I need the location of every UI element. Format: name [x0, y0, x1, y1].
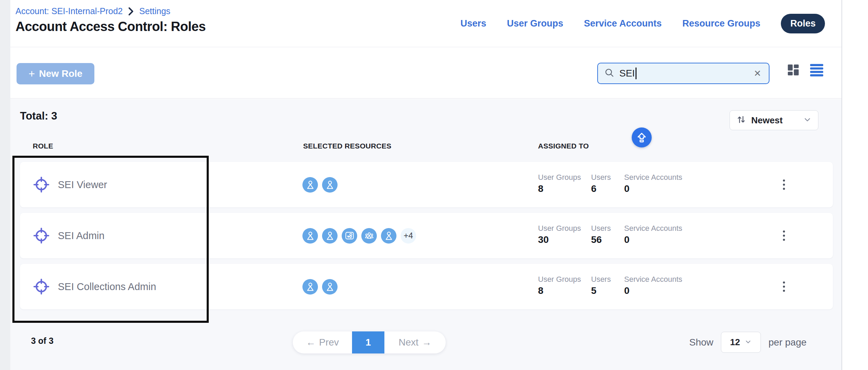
- chevron-down-icon: [803, 115, 812, 125]
- search-clear-icon[interactable]: ✕: [752, 68, 763, 79]
- next-label: Next: [399, 337, 418, 348]
- sort-selected-value: Newest: [751, 115, 783, 126]
- selected-resources-avatars: +4: [302, 213, 416, 258]
- assigned-label: User Groups: [538, 173, 581, 182]
- role-name: SEI Admin: [58, 230, 104, 241]
- access-control-tabs: Users User Groups Service Accounts Resou…: [461, 14, 825, 33]
- column-header-assigned-to: ASSIGNED TO: [538, 142, 589, 150]
- page-size-control: Show 12 per page: [689, 332, 807, 353]
- row-menu-kebab-icon[interactable]: [777, 162, 791, 207]
- current-page-button[interactable]: 1: [352, 331, 384, 353]
- tab-roles[interactable]: Roles: [781, 14, 825, 33]
- breadcrumb-account-link[interactable]: Account: SEI-Internal-Prod2: [16, 6, 123, 16]
- left-gutter: [0, 0, 10, 370]
- assigned-value: 56: [591, 234, 602, 245]
- search-value: SEI: [619, 68, 635, 79]
- toolbar: + New Role SEI ✕: [10, 48, 841, 99]
- role-row-sei-collections-admin[interactable]: SEI Collections Admin User Groups 8 User…: [20, 264, 833, 309]
- grid-view-button[interactable]: [786, 63, 800, 78]
- chevron-right-icon: [127, 7, 134, 16]
- assigned-value: 0: [624, 183, 630, 194]
- new-role-button-label: New Role: [39, 68, 82, 79]
- assigned-value: 8: [538, 285, 544, 296]
- breadcrumb: Account: SEI-Internal-Prod2 Settings: [16, 6, 170, 16]
- arrow-left-icon: ←: [306, 337, 316, 348]
- assigned-value: 30: [538, 234, 549, 245]
- user-avatar-icon[interactable]: [322, 177, 338, 193]
- user-avatar-icon[interactable]: [322, 228, 338, 244]
- role-name: SEI Collections Admin: [58, 281, 156, 292]
- role-row-sei-admin[interactable]: SEI Admin +4 User Groups 30 Users 56 Ser…: [20, 213, 833, 258]
- role-row-sei-viewer[interactable]: SEI Viewer User Groups 8 Users 6 Service…: [20, 162, 833, 207]
- tab-service-accounts[interactable]: Service Accounts: [584, 18, 662, 29]
- assigned-label: Service Accounts: [624, 224, 682, 233]
- row-menu-kebab-icon[interactable]: [777, 264, 791, 309]
- next-page-button[interactable]: Next →: [384, 331, 446, 353]
- new-role-button[interactable]: + New Role: [17, 63, 94, 84]
- role-icon: [33, 278, 50, 295]
- breadcrumb-settings-link[interactable]: Settings: [139, 6, 170, 16]
- page-title: Account Access Control: Roles: [16, 19, 206, 34]
- assigned-value: 5: [591, 285, 597, 296]
- role-identity: SEI Admin: [33, 213, 104, 258]
- sort-dropdown[interactable]: Newest: [730, 110, 818, 130]
- role-identity: SEI Collections Admin: [33, 264, 156, 309]
- tab-users[interactable]: Users: [461, 18, 486, 29]
- assigned-label: Service Accounts: [624, 275, 682, 284]
- assigned-label: Users: [591, 275, 611, 284]
- results-summary: 3 of 3: [31, 336, 53, 346]
- panel-right-border: [841, 0, 842, 370]
- user-avatar-icon[interactable]: [302, 228, 318, 244]
- assigned-value: 0: [624, 285, 630, 296]
- list-view-icon: [809, 63, 825, 77]
- assigned-label: Users: [591, 224, 611, 233]
- assigned-label: Service Accounts: [624, 173, 682, 182]
- tab-user-groups[interactable]: User Groups: [507, 18, 564, 29]
- assigned-label: User Groups: [538, 224, 581, 233]
- column-header-selected-resources: SELECTED RESOURCES: [303, 142, 391, 150]
- pagination: ← Prev 1 Next →: [293, 331, 446, 353]
- show-label: Show: [689, 337, 713, 348]
- user-avatar-icon[interactable]: [322, 279, 338, 295]
- assigned-label: User Groups: [538, 275, 581, 284]
- user-avatar-icon[interactable]: [302, 177, 318, 193]
- group-avatar-icon[interactable]: [361, 228, 377, 244]
- shift-key-badge: [632, 127, 652, 147]
- per-page-label: per page: [768, 337, 807, 348]
- search-input[interactable]: SEI ✕: [597, 63, 769, 84]
- selected-resources-avatars: [302, 162, 338, 207]
- assigned-value: 8: [538, 183, 544, 194]
- role-icon: [33, 176, 50, 193]
- search-icon: [604, 68, 614, 79]
- plus-icon: +: [29, 68, 35, 79]
- role-name: SEI Viewer: [58, 179, 107, 191]
- selected-resources-avatars: [302, 264, 338, 309]
- prev-label: Prev: [319, 337, 339, 348]
- page-size-value: 12: [730, 337, 740, 348]
- arrow-right-icon: →: [422, 337, 432, 348]
- page-header: Account: SEI-Internal-Prod2 Settings Acc…: [10, 0, 841, 47]
- tab-resource-groups[interactable]: Resource Groups: [682, 18, 761, 29]
- more-resources-badge[interactable]: +4: [401, 228, 416, 244]
- shift-key-icon: [636, 132, 648, 143]
- chevron-down-icon: [744, 338, 752, 347]
- list-view-button[interactable]: [809, 63, 825, 78]
- role-identity: SEI Viewer: [33, 162, 107, 207]
- user-avatar-icon[interactable]: [302, 279, 318, 295]
- roles-page: Account: SEI-Internal-Prod2 Settings Acc…: [0, 0, 868, 370]
- roles-list-panel: Total: 3 Newest ROLE SELECTED RESOURCES …: [10, 99, 841, 370]
- user-avatar-icon[interactable]: [381, 228, 396, 244]
- assigned-value: 0: [624, 234, 630, 245]
- text-caret: [636, 68, 637, 79]
- row-menu-kebab-icon[interactable]: [777, 213, 791, 258]
- page-size-select[interactable]: 12: [721, 332, 761, 353]
- assigned-label: Users: [591, 173, 611, 182]
- widgets-avatar-icon[interactable]: [342, 228, 357, 244]
- total-count: Total: 3: [20, 110, 57, 122]
- prev-page-button[interactable]: ← Prev: [293, 331, 352, 353]
- assigned-value: 6: [591, 183, 597, 194]
- column-header-role: ROLE: [33, 142, 53, 150]
- sort-icon: [736, 114, 746, 126]
- grid-view-icon: [786, 63, 800, 77]
- role-icon: [33, 227, 50, 244]
